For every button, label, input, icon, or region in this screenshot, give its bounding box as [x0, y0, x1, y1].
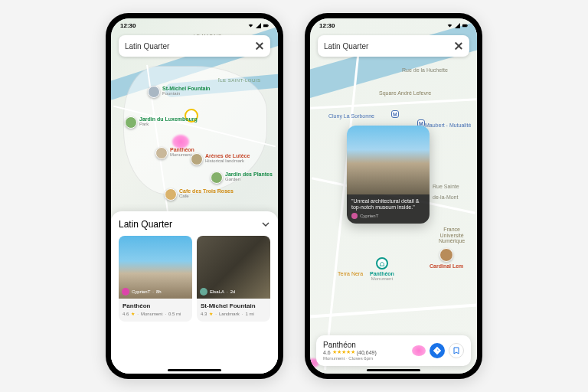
place-name: Panthéon — [323, 341, 412, 349]
battery-icon — [263, 23, 269, 28]
svg-rect-0 — [263, 24, 268, 27]
phone-left: LE MARAIS ÎLE SAINT-LOUIS St-Michel Foun… — [106, 13, 283, 379]
svg-rect-1 — [268, 24, 269, 26]
status-bar: 12:30 — [310, 18, 477, 32]
street-label: Rue Sainte — [433, 184, 459, 189]
metro-label: Maubert - Mutualité — [425, 122, 471, 128]
poi-arenes[interactable]: Arènes de LutèceHistorical landmark — [191, 153, 250, 165]
search-bar[interactable]: Latin Quarter — [119, 35, 270, 57]
home-indicator — [367, 369, 420, 371]
street-label: Rue de la Huchette — [402, 67, 448, 73]
square-label: Square André Lefevre — [379, 90, 431, 96]
poi-pantheon[interactable]: Panthéon Monument — [370, 257, 394, 282]
avatar — [351, 213, 358, 219]
wifi-icon — [447, 23, 452, 28]
search-bar[interactable]: Latin Quarter — [318, 35, 469, 57]
signal-icon — [256, 23, 261, 28]
chevron-down-icon[interactable] — [261, 220, 270, 229]
close-icon[interactable] — [255, 41, 264, 51]
place-sub: Monument · Closes 6pm — [323, 356, 412, 361]
poi-lux[interactable]: Jardin du LuxembourgPark — [125, 116, 198, 129]
bottom-sheet[interactable]: Latin Quarter CyprienT·8h Panthéon 4.6★·… — [111, 211, 278, 374]
preview-card[interactable]: "Unreal architectural detail & top-notch… — [347, 126, 430, 224]
screen: Rue de la Huchette Square André Lefevre … — [310, 18, 477, 374]
poi-cardinal[interactable]: Cardinal Lem — [430, 248, 463, 269]
phone-right: Rue de la Huchette Square André Lefevre … — [305, 13, 482, 379]
place-label: FranceUniversitéNumérique — [439, 227, 465, 244]
place-label: Terra Nera — [338, 271, 363, 276]
wifi-icon — [248, 23, 253, 28]
search-text: Latin Quarter — [324, 42, 454, 51]
poi-pantheon[interactable]: PanthéonMonument — [155, 147, 194, 159]
status-bar: 12:30 — [111, 18, 278, 32]
battery-icon — [462, 23, 468, 28]
street-label: de-la-Mont — [433, 194, 458, 200]
bookmark-button[interactable] — [449, 343, 464, 358]
poi-plantes[interactable]: Jardin des PlantesGarden — [211, 172, 273, 184]
close-icon[interactable] — [454, 41, 463, 51]
preview-author: CyprienT — [360, 214, 378, 218]
status-time: 12:30 — [319, 22, 335, 29]
svg-rect-3 — [467, 24, 468, 26]
home-indicator — [168, 369, 221, 371]
place-card[interactable]: ElsaLA·2d St-Michel Fountain 4.3★·Landma… — [197, 236, 270, 322]
district-label: ÎLE SAINT-LOUIS — [218, 78, 261, 83]
sheet-title: Latin Quarter — [119, 219, 172, 230]
preview-quote: "Unreal architectural detail & top-notch… — [351, 198, 425, 211]
place-card[interactable]: CyprienT·8h Panthéon 4.6★·Monument·0.5 m… — [119, 236, 192, 322]
status-time: 12:30 — [120, 22, 136, 29]
svg-rect-2 — [462, 24, 467, 27]
search-text: Latin Quarter — [125, 42, 255, 51]
heat-indicator — [412, 345, 426, 356]
place-summary-card[interactable]: Panthéon 4.6 ★★★★★ (40,649) Monument · C… — [316, 335, 471, 366]
screen: LE MARAIS ÎLE SAINT-LOUIS St-Michel Foun… — [111, 18, 278, 374]
preview-image — [347, 126, 430, 194]
directions-button[interactable] — [430, 343, 445, 358]
poi-cafe[interactable]: Cafe des Trois RosesCafe — [165, 188, 234, 201]
metro-icon[interactable]: M — [391, 110, 399, 118]
signal-icon — [455, 23, 460, 28]
metro-label: Cluny La Sorbonne — [328, 113, 374, 119]
poi-fountain[interactable]: St-Michel FountainFountain — [148, 86, 211, 98]
